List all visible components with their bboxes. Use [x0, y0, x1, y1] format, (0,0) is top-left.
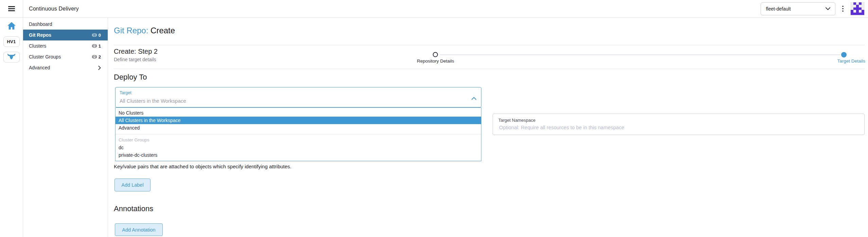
cluster-chip-label: HV1 — [7, 39, 16, 44]
annotations-heading: Annotations — [114, 204, 153, 213]
bundle-count-icon — [92, 55, 97, 59]
cluster-chip-hv1[interactable]: HV1 — [3, 36, 20, 47]
chevron-down-icon — [826, 7, 830, 10]
hamburger-menu-button[interactable] — [0, 0, 23, 17]
add-annotation-button[interactable]: Add Annotation — [115, 223, 163, 236]
step-heading-block: Create: Step 2 Define target details — [114, 48, 158, 62]
target-select-value: All Clusters in the Workspace — [120, 98, 186, 104]
user-avatar[interactable] — [850, 2, 865, 16]
resource-count-badge: 2 — [92, 54, 101, 60]
target-select-label: Target — [120, 90, 131, 95]
stepper-step-1-circle[interactable] — [433, 52, 438, 57]
home-icon — [7, 22, 16, 30]
cluster-manager-button[interactable] — [3, 52, 20, 63]
target-namespace-label: Target Namespace — [498, 118, 535, 123]
sidebar-item-label: Clusters — [29, 43, 46, 49]
target-namespace-input[interactable] — [498, 124, 852, 131]
target-namespace-field: Target Namespace — [493, 114, 865, 135]
dropdown-group-label: Cluster Groups — [116, 136, 481, 144]
bundle-count-icon — [92, 33, 97, 37]
kebab-menu-icon[interactable] — [840, 4, 846, 13]
target-select[interactable]: Target All Clusters in the Workspace — [115, 87, 481, 107]
add-label-button[interactable]: Add Label — [114, 179, 150, 191]
steer-icon — [7, 53, 16, 61]
dropdown-option-all-clusters[interactable]: All Clusters in the Workspace — [116, 117, 481, 124]
sidebar-item-advanced[interactable]: Advanced — [23, 62, 108, 73]
divider — [114, 69, 865, 69]
chevron-right-icon — [98, 66, 101, 70]
dropdown-option-advanced[interactable]: Advanced — [116, 124, 481, 132]
sidebar-item-dashboard[interactable]: Dashboard — [23, 19, 108, 30]
page-title-action: Create — [150, 26, 175, 35]
dropdown-option-dc[interactable]: dc — [116, 144, 481, 151]
stepper-connector-line — [440, 54, 840, 55]
sidebar-item-label: Git Repos — [29, 32, 51, 38]
sidebar-item-clusters[interactable]: Clusters 1 — [23, 40, 108, 51]
chevron-up-icon — [472, 95, 476, 101]
main-content: Git Repo: Create Create: Step 2 Define t… — [108, 18, 868, 237]
sidebar-nav: Dashboard Git Repos 0 Clusters — [23, 18, 108, 237]
workspace-selector[interactable]: fleet-default — [761, 2, 835, 15]
count-value: 2 — [99, 54, 101, 60]
app-title: Continuous Delivery — [29, 6, 79, 12]
sidebar-item-git-repos[interactable]: Git Repos 0 — [23, 30, 108, 40]
count-value: 1 — [99, 44, 101, 49]
deploy-to-heading: Deploy To — [114, 73, 147, 82]
page-title-resource: Git Repo: — [114, 26, 148, 35]
sidebar-item-label: Cluster Groups — [29, 54, 61, 60]
stepper-step-1-label[interactable]: Repository Details — [400, 58, 472, 64]
dropdown-option-no-clusters[interactable]: No Clusters — [116, 109, 481, 117]
step-subheading: Define target details — [114, 57, 158, 62]
hamburger-icon — [8, 5, 15, 12]
workspace-selector-value: fleet-default — [766, 6, 791, 12]
bundle-count-icon — [92, 44, 97, 48]
app-window: Continuous Delivery fleet-default HV1 — [0, 0, 868, 237]
count-value: 0 — [99, 33, 101, 38]
sidebar-item-cluster-groups[interactable]: Cluster Groups 2 — [23, 51, 108, 62]
divider — [114, 45, 865, 45]
step-heading: Create: Step 2 — [114, 48, 158, 55]
target-select-dropdown: No Clusters All Clusters in the Workspac… — [115, 107, 481, 161]
resource-count-badge: 0 — [92, 33, 101, 38]
top-bar: Continuous Delivery fleet-default — [0, 0, 868, 18]
page-title: Git Repo: Create — [114, 26, 175, 35]
home-button[interactable] — [6, 21, 17, 31]
dropdown-option-private-dc-clusters[interactable]: private-dc-clusters — [116, 151, 481, 159]
dropdown-divider — [116, 134, 481, 134]
sidebar-item-label: Advanced — [29, 65, 50, 70]
stepper-step-2-circle[interactable] — [841, 52, 847, 57]
topbar-actions: fleet-default — [761, 2, 868, 16]
resource-count-badge: 1 — [92, 44, 101, 49]
icon-rail: HV1 — [0, 18, 23, 237]
stepper-step-2-label[interactable]: Target Details — [837, 58, 865, 64]
labels-description: Key/value pairs that are attached to obj… — [114, 164, 291, 169]
sidebar-item-label: Dashboard — [29, 21, 52, 27]
